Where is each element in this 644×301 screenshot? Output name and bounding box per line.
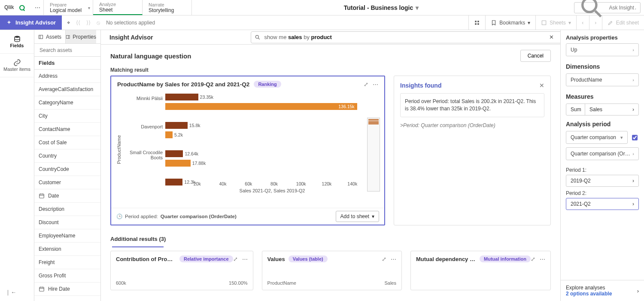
fullscreen-icon[interactable]: ⤢	[233, 256, 238, 262]
tab-main: Logical model	[50, 7, 87, 13]
measure-agg[interactable]: Sum	[566, 104, 585, 115]
app-title[interactable]: Tutorial - Business logic ▾	[192, 0, 571, 15]
more-icon[interactable]: ⋯	[391, 256, 396, 262]
add-to-sheet-button[interactable]: Add to sheet ▾	[336, 211, 379, 222]
field-row[interactable]: Gross Profit	[34, 269, 100, 283]
selections-tool-icon[interactable]	[468, 15, 485, 30]
analysis-period-header: Analysis period	[561, 121, 644, 131]
field-row[interactable]: Freight	[34, 256, 100, 269]
chart-minimap[interactable]	[367, 118, 380, 192]
step-fwd-icon[interactable]: ⟩⟩	[86, 19, 91, 26]
chevron-right-icon: ›	[632, 201, 634, 207]
rail-fields[interactable]: Fields	[0, 30, 34, 54]
fullscreen-icon[interactable]: ⤢	[531, 256, 535, 262]
rail-master-items[interactable]: Master items	[0, 54, 34, 77]
dimension-chip[interactable]: ProductName›	[566, 73, 639, 86]
search-icon	[255, 34, 261, 40]
field-row[interactable]: Hire Date	[34, 283, 100, 296]
global-search-input[interactable]	[608, 4, 637, 11]
more-icon[interactable]: ⋯	[242, 256, 248, 262]
sort-direction-chip[interactable]: Up›	[566, 43, 639, 56]
bookmarks-button[interactable]: Bookmarks ▾	[485, 15, 535, 30]
field-row[interactable]: AverageCallSatisfaction	[34, 83, 100, 96]
field-row[interactable]: EmployeeName	[34, 229, 100, 243]
tab-sup: Narrate	[149, 2, 185, 7]
tab-prepare[interactable]: Prepare Logical model ▾	[44, 0, 93, 15]
rail-master-label: Master items	[3, 67, 30, 72]
step-back-icon[interactable]: ⟨⟨	[76, 19, 80, 26]
field-row[interactable]: ContactName	[34, 123, 100, 136]
measures-header: Measures	[561, 93, 644, 103]
period-type-select[interactable]: Quarter comparison▾	[566, 131, 628, 144]
chevron-right-icon: ›	[632, 47, 634, 52]
next-sheet-button[interactable]: ›	[589, 15, 602, 30]
clear-selections-icon[interactable]: ⦸	[97, 19, 100, 26]
app-menu-icon[interactable]: ⋯	[32, 0, 44, 15]
more-icon[interactable]: ⋯	[373, 81, 378, 88]
field-row[interactable]: Customer	[34, 176, 100, 189]
collapse-rail-icon[interactable]: ｜←	[0, 284, 34, 301]
cancel-button[interactable]: Cancel	[520, 50, 551, 62]
mini-title: Mutual dependency bet…	[416, 256, 476, 262]
svg-point-23	[256, 35, 259, 38]
chevron-right-icon: ›	[632, 77, 634, 82]
chart-badge: Ranking	[254, 81, 281, 88]
svg-point-10	[15, 36, 20, 38]
properties-button[interactable]: Properties	[65, 30, 96, 43]
mini-title: Values	[267, 256, 285, 262]
search-assets[interactable]	[34, 44, 100, 57]
clear-search-icon[interactable]: ✕	[547, 33, 556, 42]
no-selections-text: No selections applied	[106, 20, 155, 26]
tab-main: Sheet	[99, 7, 136, 13]
period-enabled-checkbox[interactable]	[632, 135, 638, 140]
search-assets-input[interactable]	[39, 44, 96, 56]
chart-plot-area[interactable]: Minnki Pälsii23.35k136.15kDavenport15.8k…	[122, 94, 377, 205]
insight-advisor-button[interactable]: Insight Advisor	[0, 15, 62, 30]
fullscreen-icon[interactable]: ⤢	[364, 81, 368, 88]
field-row[interactable]: Discount	[34, 216, 100, 229]
nlq-heading: Natural language question	[110, 52, 191, 60]
period-comparison-chip[interactable]: Quarter comparison (OrderD…›	[566, 147, 639, 160]
sparkle-icon	[6, 20, 12, 26]
measure-chip[interactable]: Sum Sales›	[566, 103, 639, 116]
field-row[interactable]: Extension	[34, 243, 100, 256]
fields-list[interactable]: AddressAverageCallSatisfactionCategoryNa…	[34, 70, 100, 301]
chevron-down-icon: ▾	[88, 5, 90, 10]
sheets-button[interactable]: Sheets ▾	[535, 15, 576, 30]
prev-sheet-button[interactable]: ‹	[576, 15, 589, 30]
qlik-logo[interactable]: Qlik	[0, 0, 32, 15]
insight-search-text[interactable]: show me sales by product	[264, 34, 544, 40]
period-applied-value: Quarter comparison (OrderDate)	[161, 214, 237, 219]
chevron-down-icon: ▾	[528, 20, 530, 26]
more-icon[interactable]: ⋯	[540, 256, 545, 262]
edit-sheet-label: Edit sheet	[616, 20, 639, 26]
field-row[interactable]: Address	[34, 70, 100, 83]
mini-card: Mutual dependency bet…Mutual information…	[410, 251, 551, 290]
mini-title: Contribution of Product…	[116, 256, 176, 262]
field-row[interactable]: Cost of Sale	[34, 136, 100, 149]
mini-badge: Mutual information	[480, 255, 531, 262]
field-row[interactable]: City	[34, 109, 100, 123]
field-row[interactable]: Country	[34, 149, 100, 163]
mini-badge: Values (table)	[289, 255, 328, 262]
period2-select[interactable]: 2021-Q2›	[566, 198, 639, 210]
tab-analyze[interactable]: Analyze Sheet	[93, 0, 143, 15]
period1-select[interactable]: 2019-Q2›	[566, 175, 639, 187]
global-search[interactable]	[574, 2, 641, 13]
field-row[interactable]: CountryCode	[34, 163, 100, 176]
field-row[interactable]: Date	[34, 189, 100, 203]
svg-rect-9	[542, 21, 546, 24]
field-row[interactable]: Description	[34, 203, 100, 216]
insight-search[interactable]: show me sales by product ✕ ➔	[251, 31, 560, 43]
analysis-properties-header: Analysis properties	[561, 30, 644, 43]
close-icon[interactable]: ✕	[539, 82, 544, 89]
selection-tools: ⌖ ⟨⟨ ⟩⟩ ⦸ No selections applied	[62, 15, 160, 30]
explore-analyses-button[interactable]: Explore analyses 2 options available ›	[561, 280, 644, 301]
tab-narrate[interactable]: Narrate Storytelling	[143, 0, 192, 15]
edit-sheet-button[interactable]: Edit sheet	[602, 15, 644, 30]
fullscreen-icon[interactable]: ⤢	[382, 256, 386, 262]
svg-point-3	[583, 0, 596, 12]
smart-search-icon[interactable]: ⌖	[67, 19, 70, 26]
field-row[interactable]: CategoryName	[34, 96, 100, 109]
assets-button[interactable]: Assets	[34, 30, 65, 43]
